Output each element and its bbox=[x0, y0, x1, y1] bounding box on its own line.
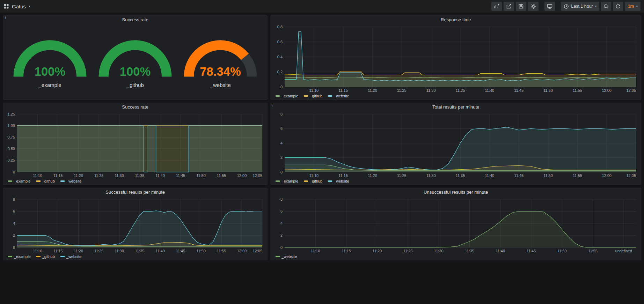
svg-text:11:15: 11:15 bbox=[342, 249, 351, 253]
chart-svg: 0246811:1011:1511:2011:2511:3011:3511:40… bbox=[272, 197, 639, 254]
response-time-chart[interactable]: 00.20.40.60.811:1011:1511:2011:2511:3011… bbox=[272, 24, 639, 93]
svg-text:11:45: 11:45 bbox=[176, 249, 185, 253]
svg-text:11:45: 11:45 bbox=[514, 88, 524, 92]
svg-text:0: 0 bbox=[280, 245, 283, 250]
legend-label: _website bbox=[66, 254, 81, 259]
chart-legend: _website bbox=[271, 254, 641, 260]
legend-item-_website[interactable]: _website bbox=[60, 179, 81, 183]
svg-text:11:30: 11:30 bbox=[426, 88, 436, 92]
zoom-out-button[interactable] bbox=[601, 2, 611, 11]
share-icon bbox=[506, 3, 512, 9]
svg-text:6: 6 bbox=[280, 126, 283, 131]
tv-mode-button[interactable] bbox=[544, 2, 555, 11]
save-icon bbox=[518, 3, 524, 9]
svg-text:11:20: 11:20 bbox=[368, 173, 377, 178]
add-panel-icon bbox=[494, 3, 499, 9]
panel-title[interactable]: Successful results per minute bbox=[3, 188, 267, 197]
chart-svg: 00.250.500.751.001.2511:1011:1511:2011:2… bbox=[5, 111, 266, 178]
panel-success-rate-gauges: i Success rate 100% _example 100% _githu… bbox=[3, 15, 268, 100]
interval-dropdown[interactable]: 1m ▾ bbox=[625, 2, 641, 11]
legend-label: _example bbox=[281, 94, 298, 98]
panel-title[interactable]: Total results per minute bbox=[271, 103, 641, 111]
legend-item-_website[interactable]: _website bbox=[328, 94, 349, 98]
svg-text:0.75: 0.75 bbox=[8, 135, 15, 139]
svg-text:11:25: 11:25 bbox=[397, 88, 407, 92]
legend-item-_github[interactable]: _github bbox=[36, 254, 55, 259]
dashboard-title[interactable]: Gatus bbox=[12, 3, 26, 9]
chart-legend: _example_github_website bbox=[3, 178, 267, 185]
panel-unsuccessful-results: Unsuccessful results per minute 0246811:… bbox=[270, 188, 641, 260]
svg-text:12:00: 12:00 bbox=[237, 249, 247, 253]
legend-item-_github[interactable]: _github bbox=[304, 179, 322, 183]
svg-text:11:15: 11:15 bbox=[53, 249, 63, 253]
legend-swatch bbox=[8, 180, 12, 182]
panel-response-time: Response time 00.20.40.60.811:1011:1511:… bbox=[270, 15, 641, 100]
legend-swatch bbox=[328, 180, 332, 182]
panel-info-icon[interactable]: i bbox=[272, 103, 273, 107]
svg-text:11:25: 11:25 bbox=[94, 173, 104, 178]
panel-title[interactable]: Success rate bbox=[3, 16, 267, 24]
legend-label: _example bbox=[281, 179, 298, 183]
gauge-arc: 78.34% bbox=[180, 36, 261, 80]
save-button[interactable] bbox=[516, 2, 526, 11]
legend-item-_example[interactable]: _example bbox=[276, 179, 298, 183]
legend-swatch bbox=[60, 180, 65, 182]
legend-swatch bbox=[304, 95, 308, 97]
unsuccessful-results-chart[interactable]: 0246811:1011:1511:2011:2511:3011:3511:40… bbox=[272, 197, 639, 254]
legend-item-_website[interactable]: _website bbox=[276, 254, 297, 259]
panel-success-rate-series: Success rate 00.250.500.751.001.2511:101… bbox=[3, 103, 268, 185]
add-panel-button[interactable] bbox=[491, 2, 502, 11]
svg-text:11:35: 11:35 bbox=[456, 173, 465, 178]
legend-swatch bbox=[328, 95, 332, 97]
legend-item-_example[interactable]: _example bbox=[276, 94, 298, 98]
svg-text:0: 0 bbox=[280, 170, 283, 174]
svg-text:11:55: 11:55 bbox=[217, 249, 226, 253]
svg-text:2: 2 bbox=[280, 155, 283, 160]
svg-text:0.6: 0.6 bbox=[277, 40, 283, 44]
refresh-button[interactable] bbox=[613, 2, 623, 11]
svg-text:11:30: 11:30 bbox=[434, 249, 444, 253]
gauge-label: _example bbox=[39, 82, 61, 88]
time-range-button[interactable]: Last 1 hour ▾ bbox=[561, 2, 599, 11]
refresh-icon bbox=[615, 4, 621, 9]
gauge-github: 100% _github bbox=[95, 36, 176, 88]
legend-item-_github[interactable]: _github bbox=[304, 94, 322, 98]
panel-title[interactable]: Response time bbox=[271, 16, 641, 24]
share-button[interactable] bbox=[504, 2, 514, 11]
dashboard-grid-icon[interactable] bbox=[3, 3, 9, 9]
gauge-arc: 100% bbox=[95, 36, 176, 80]
panel-title[interactable]: Unsuccessful results per minute bbox=[271, 188, 641, 197]
svg-text:12:05: 12:05 bbox=[253, 249, 262, 253]
svg-text:6: 6 bbox=[280, 209, 283, 213]
svg-text:11:35: 11:35 bbox=[135, 249, 145, 253]
legend-item-_example[interactable]: _example bbox=[8, 254, 31, 259]
panel-info-icon[interactable]: i bbox=[5, 16, 6, 20]
success-rate-chart[interactable]: 00.250.500.751.001.2511:1011:1511:2011:2… bbox=[5, 111, 266, 178]
total-results-chart[interactable]: 0246811:1011:1511:2011:2511:3011:3511:40… bbox=[272, 111, 639, 178]
successful-results-chart[interactable]: 0246811:1011:1511:2011:2511:3011:3511:40… bbox=[5, 197, 266, 254]
svg-text:1.00: 1.00 bbox=[8, 124, 15, 128]
legend-item-_github[interactable]: _github bbox=[36, 179, 55, 183]
svg-text:undefined: undefined bbox=[615, 249, 632, 253]
panel-title[interactable]: Success rate bbox=[3, 103, 267, 111]
svg-text:11:25: 11:25 bbox=[403, 249, 413, 253]
svg-text:11:35: 11:35 bbox=[456, 88, 465, 92]
settings-button[interactable] bbox=[528, 2, 539, 11]
svg-text:11:30: 11:30 bbox=[426, 173, 436, 178]
legend-label: _example bbox=[14, 254, 31, 259]
svg-text:100%: 100% bbox=[120, 65, 151, 78]
svg-text:11:30: 11:30 bbox=[115, 173, 124, 178]
svg-text:4: 4 bbox=[280, 221, 283, 225]
svg-text:12:05: 12:05 bbox=[253, 173, 262, 178]
caret-down-icon: ▾ bbox=[29, 5, 30, 8]
svg-text:12:00: 12:00 bbox=[602, 173, 612, 178]
legend-swatch bbox=[60, 256, 65, 257]
svg-text:11:20: 11:20 bbox=[373, 249, 382, 253]
gauge-svg: 100% bbox=[9, 36, 90, 80]
legend-item-_website[interactable]: _website bbox=[60, 254, 81, 259]
legend-item-_example[interactable]: _example bbox=[8, 179, 31, 183]
svg-text:0.4: 0.4 bbox=[277, 55, 283, 59]
svg-text:11:45: 11:45 bbox=[527, 249, 536, 253]
dashboard-grid: i Success rate 100% _example 100% _githu… bbox=[0, 13, 644, 263]
legend-item-_website[interactable]: _website bbox=[328, 179, 349, 183]
